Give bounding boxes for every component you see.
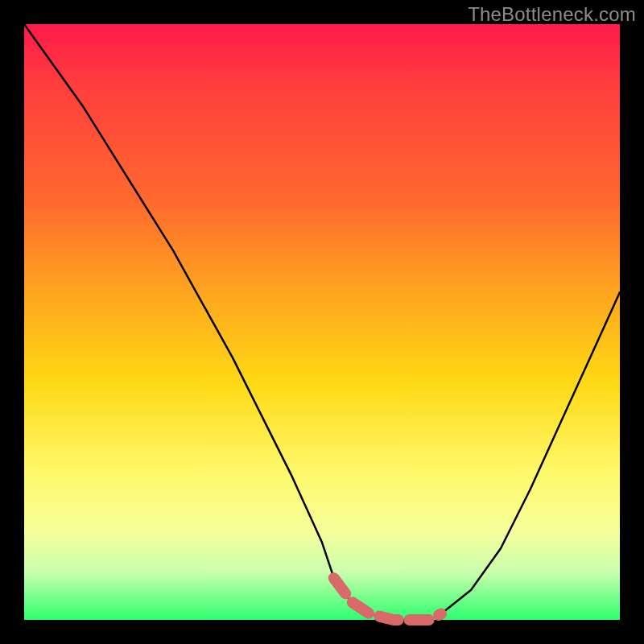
chart-frame: TheBottleneck.com: [0, 0, 644, 644]
watermark-label: TheBottleneck.com: [468, 3, 636, 26]
plot-area: [24, 24, 620, 620]
optimal-highlight-path: [334, 578, 441, 620]
curve-layer: [24, 24, 620, 620]
bottleneck-curve-path: [24, 24, 620, 620]
